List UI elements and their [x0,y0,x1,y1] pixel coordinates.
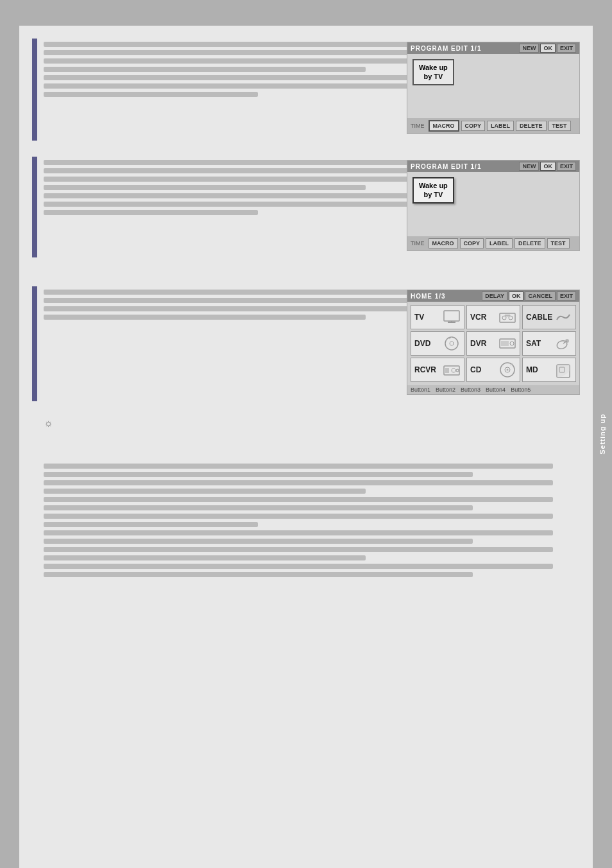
panel-header-buttons-2: NEW OK EXIT [519,162,576,171]
home-btn-vcr[interactable]: VCR [466,305,520,329]
body-text-line [44,564,553,569]
panel-exit-btn-1[interactable]: EXIT [557,44,576,53]
panel-new-btn-2[interactable]: NEW [519,162,539,171]
panel-body-1: Wake up by TV [407,54,579,118]
home-btn-sat-label: SAT [526,339,541,348]
home-ok-btn[interactable]: OK [509,291,524,300]
footer-delete-btn-2[interactable]: DELETE [514,238,545,248]
home-btn-cd[interactable]: CD [466,358,520,382]
text-line [44,185,366,190]
program-edit-panel-2: PROGRAM EDIT 1/1 NEW OK EXIT Wake up by … [407,160,580,251]
body-text-line [44,572,473,577]
rcvr-icon [443,361,461,379]
home-btn-md[interactable]: MD [522,358,576,382]
body-text-line [44,505,473,510]
section-gap-2 [32,261,580,273]
svg-rect-10 [501,341,509,346]
home-btn-vcr-label: VCR [470,313,486,322]
left-sidebar [0,0,19,868]
program-item-line2-2: by TV [419,190,448,199]
home-btn-rcvr[interactable]: RCVR [411,358,464,382]
home-grid: TV VCR [407,302,579,385]
program-item-line2-1: by TV [419,72,448,81]
text-line [44,67,366,72]
footer-delete-btn-1[interactable]: DELETE [516,121,547,131]
footer-button2[interactable]: Button2 [436,386,455,393]
program-item-1[interactable]: Wake up by TV [412,59,454,85]
home-btn-dvr[interactable]: DVR [466,331,520,356]
panel-exit-btn-2[interactable]: EXIT [557,162,576,171]
home-btn-cd-label: CD [470,365,481,374]
tip-section: ☼ [32,417,580,451]
home-btn-cable-label: CABLE [526,313,552,322]
home-panel-title: HOME 1/3 [411,293,446,300]
home-btn-dvd[interactable]: DVD [411,331,464,356]
body-text-line [44,555,366,560]
panel-footer-2: TIME MACRO COPY LABEL DELETE TEST [407,236,579,250]
sat-icon [554,334,572,352]
home-btn-sat[interactable]: SAT [522,331,576,356]
dvr-icon [498,334,516,352]
footer-label-btn-1[interactable]: LABEL [487,121,514,131]
footer-macro-btn-2[interactable]: MACRO [429,238,458,248]
home-btn-rcvr-label: RCVR [414,365,436,374]
footer-button4[interactable]: Button4 [486,386,506,393]
footer-copy-btn-1[interactable]: COPY [461,121,486,131]
body-text-line [44,522,258,527]
section-bar-1 [32,39,37,141]
footer-test-btn-1[interactable]: TEST [548,121,571,131]
svg-point-7 [445,337,458,350]
footer-copy-btn-2[interactable]: COPY [460,238,484,248]
section-gap-4 [32,404,580,417]
panel-ok-btn-1[interactable]: OK [540,44,556,53]
text-line [44,315,366,320]
panel-title-1: PROGRAM EDIT 1/1 [411,45,481,52]
body-text-line [44,480,553,485]
section-1: PROGRAM EDIT 1/1 NEW OK EXIT Wake up by … [32,39,580,141]
body-text-line [44,497,553,502]
svg-rect-16 [445,368,449,373]
program-item-line1-1: Wake up [419,63,448,72]
tv-icon [443,308,461,326]
home-panel-header: HOME 1/3 DELAY OK CANCEL EXIT [407,290,579,302]
text-line [44,92,258,97]
home-btn-tv-label: TV [414,313,424,322]
footer-button3[interactable]: Button3 [461,386,480,393]
home-panel-footer: Button1 Button2 Button3 Button4 Button5 [407,385,579,394]
vcr-icon [498,308,516,326]
home-btn-dvr-label: DVR [470,339,486,348]
section-bar-2 [32,157,37,257]
body-text-line [44,464,553,469]
program-item-2[interactable]: Wake up by TV [412,177,454,204]
home-delay-btn[interactable]: DELAY [482,291,507,300]
footer-macro-btn-1[interactable]: MACRO [429,120,459,132]
panel-header-2: PROGRAM EDIT 1/1 NEW OK EXIT [407,161,579,172]
panel-new-btn-1[interactable]: NEW [519,44,539,53]
home-btn-tv[interactable]: TV [411,305,464,329]
svg-rect-6 [505,315,510,317]
panel-ok-btn-2[interactable]: OK [540,162,556,171]
home-btn-cable[interactable]: CABLE [522,305,576,329]
body-text-line [44,530,553,535]
footer-label-1: TIME [411,123,425,129]
footer-test-btn-2[interactable]: TEST [547,238,570,248]
section-content-1: PROGRAM EDIT 1/1 NEW OK EXIT Wake up by … [44,39,580,141]
panel-body-2: Wake up by TV [407,172,579,236]
footer-button5[interactable]: Button5 [511,386,531,393]
top-header [0,0,612,26]
home-cancel-btn[interactable]: CANCEL [525,291,556,300]
tip-icon: ☼ [44,417,53,429]
footer-label-btn-2[interactable]: LABEL [486,238,513,248]
home-exit-btn[interactable]: EXIT [557,291,576,300]
panel-header-1: PROGRAM EDIT 1/1 NEW OK EXIT [407,42,579,54]
body-text-line [44,472,473,477]
section-gap-1 [32,144,580,157]
cd-icon [498,361,516,379]
program-edit-panel-1: PROGRAM EDIT 1/1 NEW OK EXIT Wake up by … [407,42,580,134]
section-3: HOME 1/3 DELAY OK CANCEL EXIT TV [32,286,580,401]
section-gap-3 [32,273,580,286]
main-content: PROGRAM EDIT 1/1 NEW OK EXIT Wake up by … [19,0,593,868]
right-sidebar: Setting up [593,0,612,868]
home-panel-header-buttons: DELAY OK CANCEL EXIT [482,291,576,300]
footer-button1[interactable]: Button1 [411,386,430,393]
